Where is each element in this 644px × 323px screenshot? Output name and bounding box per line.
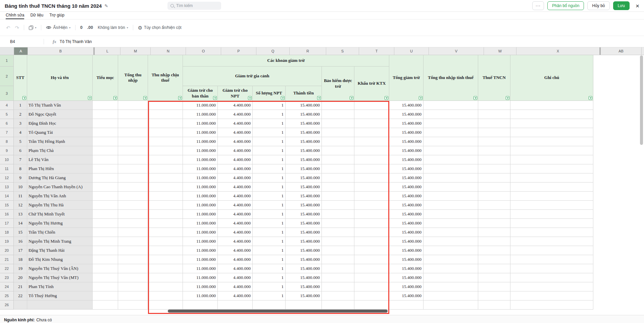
cell-reference-box[interactable]: B4 — [0, 39, 44, 44]
cell-U5[interactable]: 15.400.000 — [389, 110, 424, 119]
cell-U23[interactable]: 15.400.000 — [389, 273, 424, 282]
cell-R23[interactable]: 15.400.000 — [286, 273, 322, 282]
cell-S16[interactable] — [322, 210, 354, 219]
cell-P9[interactable]: 4.400.000 — [218, 146, 253, 155]
cell-U25[interactable]: 15.400.000 — [389, 291, 424, 300]
hide-show-button[interactable]: Ẩn/Hiện ▾ — [46, 25, 70, 30]
cell-A20[interactable]: 17 — [14, 246, 27, 255]
cell-V15[interactable] — [424, 201, 478, 210]
cell-V9[interactable] — [424, 146, 478, 155]
cell-M24[interactable] — [118, 282, 148, 291]
cell-A21[interactable]: 18 — [14, 255, 27, 264]
cell-W22[interactable] — [478, 264, 510, 273]
cell-Q15[interactable]: 1 — [253, 201, 286, 210]
cell-W13[interactable] — [478, 183, 510, 192]
cell-R16[interactable]: 15.400.000 — [286, 210, 322, 219]
cell-R22[interactable]: 15.400.000 — [286, 264, 322, 273]
cell-N18[interactable] — [148, 228, 183, 237]
cell-W20[interactable] — [478, 246, 510, 255]
cell-V10[interactable] — [424, 155, 478, 164]
cell-P5[interactable]: 4.400.000 — [218, 110, 253, 119]
cell-S14[interactable] — [322, 192, 354, 201]
cell-A22[interactable]: 19 — [14, 264, 27, 273]
cell-P18[interactable]: 4.400.000 — [218, 228, 253, 237]
cell-Q4[interactable]: 1 — [253, 101, 286, 110]
cell-V21[interactable] — [424, 255, 478, 264]
cell-B9[interactable]: Phạm Thị Chà — [27, 146, 93, 155]
cell-B19[interactable]: Nguyễn Thị Minh Trang — [27, 237, 93, 246]
cell-A14[interactable]: 11 — [14, 192, 27, 201]
copy-format-button[interactable]: ▾ — [29, 26, 36, 30]
cell-X8[interactable] — [510, 137, 593, 146]
cell-V24[interactable] — [424, 282, 478, 291]
column-header-B[interactable]: B — [28, 47, 94, 55]
filter-icon[interactable] — [281, 96, 285, 100]
cell-W24[interactable] — [478, 282, 510, 291]
tab-tro-giup[interactable]: Trợ giúp — [49, 12, 64, 19]
cell-V20[interactable] — [424, 246, 478, 255]
cell-L12[interactable] — [93, 173, 118, 183]
column-header-partial[interactable]: A — [642, 47, 644, 55]
cell-U15[interactable]: 15.400.000 — [389, 201, 424, 210]
cell-L17[interactable] — [93, 219, 118, 228]
row-header-3[interactable]: 3 — [0, 86, 14, 101]
cell-Q23[interactable]: 1 — [253, 273, 286, 282]
filter-icon[interactable] — [506, 96, 509, 100]
cell-Q5[interactable]: 1 — [253, 110, 286, 119]
formula-value[interactable]: Tô Thị Thanh Vân — [60, 39, 92, 44]
cell-S25[interactable] — [322, 291, 354, 300]
cell-X20[interactable] — [510, 246, 593, 255]
cell-N16[interactable] — [148, 210, 183, 219]
cell-AB4[interactable] — [593, 101, 634, 110]
cell-P23[interactable]: 4.400.000 — [218, 273, 253, 282]
cell-S7[interactable] — [322, 128, 354, 137]
cell-M16[interactable] — [118, 210, 148, 219]
cell-P6[interactable]: 4.400.000 — [218, 119, 253, 128]
cell-V7[interactable] — [424, 128, 478, 137]
cell-N15[interactable] — [148, 201, 183, 210]
cell-M8[interactable] — [118, 137, 148, 146]
cell-R17[interactable]: 15.400.000 — [286, 219, 322, 228]
row-header-14[interactable]: 14 — [0, 192, 14, 201]
cell-O25[interactable]: 11.000.000 — [183, 291, 218, 300]
cell-S17[interactable] — [322, 219, 354, 228]
cell-O14[interactable]: 11.000.000 — [183, 192, 218, 201]
cell-B25[interactable]: Tô Thuý Hường — [27, 291, 93, 300]
cell-O5[interactable]: 11.000.000 — [183, 110, 218, 119]
column-header-N[interactable]: N — [151, 47, 186, 55]
cell-N22[interactable] — [148, 264, 183, 273]
cell-X23[interactable] — [510, 273, 593, 282]
cell-W21[interactable] — [478, 255, 510, 264]
cell-V16[interactable] — [424, 210, 478, 219]
cell-M18[interactable] — [118, 228, 148, 237]
cell-R14[interactable]: 15.400.000 — [286, 192, 322, 201]
cell-R10[interactable]: 15.400.000 — [286, 155, 322, 164]
cell-B12[interactable]: Dương Thị Hà Giang — [27, 173, 93, 183]
cell-P16[interactable]: 4.400.000 — [218, 210, 253, 219]
cell-T17[interactable] — [354, 219, 389, 228]
cell-T23[interactable] — [354, 273, 389, 282]
cell-P19[interactable]: 4.400.000 — [218, 237, 253, 246]
cell-W7[interactable] — [478, 128, 510, 137]
cell-B8[interactable]: Trần Thị Hồng Hạnh — [27, 137, 93, 146]
more-button[interactable]: ··· — [532, 1, 544, 10]
cell-T8[interactable] — [354, 137, 389, 146]
cell-O4[interactable]: 11.000.000 — [183, 101, 218, 110]
cell-M9[interactable] — [118, 146, 148, 155]
cell-A5[interactable]: 2 — [14, 110, 27, 119]
cell-T14[interactable] — [354, 192, 389, 201]
cell-N8[interactable] — [148, 137, 183, 146]
cell-X5[interactable] — [510, 110, 593, 119]
cell-AB22[interactable] — [593, 264, 634, 273]
allocate-source-button[interactable]: Phân bổ nguồn — [547, 1, 584, 10]
cell-AB5[interactable] — [593, 110, 634, 119]
cell-AB12[interactable] — [593, 173, 634, 183]
cell-N5[interactable] — [148, 110, 183, 119]
filter-icon[interactable] — [474, 96, 477, 100]
cell-A24[interactable]: 21 — [14, 282, 27, 291]
cell-B17[interactable]: Nguyễn Thị Hương — [27, 219, 93, 228]
column-header-S[interactable]: S — [326, 47, 359, 55]
cell-X15[interactable] — [510, 201, 593, 210]
cell-T19[interactable] — [354, 237, 389, 246]
filter-icon[interactable] — [248, 96, 252, 100]
